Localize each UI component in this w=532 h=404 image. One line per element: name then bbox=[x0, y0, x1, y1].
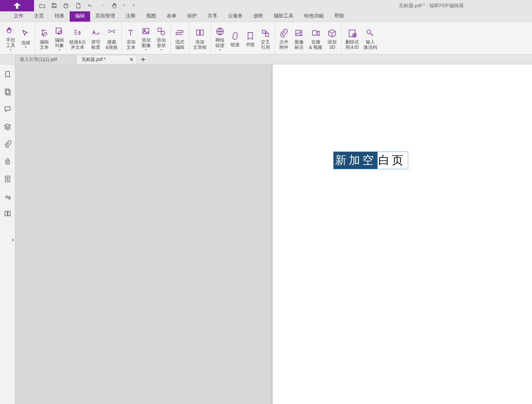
text-selected[interactable]: 新加空 bbox=[334, 152, 378, 169]
close-tab-icon[interactable] bbox=[129, 57, 134, 62]
pages-panel-icon[interactable] bbox=[3, 87, 12, 96]
text-edit-box[interactable]: 新加空 白页 bbox=[333, 151, 408, 169]
add-shape-dropdown-icon[interactable]: ▾ bbox=[161, 48, 162, 51]
menu-tab-10[interactable]: 云服务 bbox=[223, 11, 248, 22]
reflow-edit-button[interactable]: 流式 编辑 bbox=[172, 27, 187, 50]
audio-video-icon bbox=[310, 28, 321, 39]
menu-tab-1[interactable]: 主页 bbox=[29, 11, 49, 22]
document-tab-bar: 新人引导(1)(1).pdf无标题.pdf * bbox=[0, 55, 532, 64]
image-annot-button[interactable]: 图像 标注 bbox=[292, 27, 307, 50]
hand-tool-dropdown-icon[interactable]: ▾ bbox=[10, 48, 11, 51]
web-link-button[interactable]: 网络 链接▾ bbox=[212, 25, 228, 51]
edit-object-button[interactable]: 编辑 对象▾ bbox=[52, 25, 67, 51]
document-canvas[interactable]: 新加空 白页 bbox=[15, 64, 532, 404]
add-3d-button[interactable]: 添加 3D bbox=[325, 27, 340, 50]
compare-panel-icon[interactable] bbox=[3, 209, 12, 218]
remove-trial-watermark-icon bbox=[347, 28, 357, 39]
security-panel-icon[interactable] bbox=[3, 157, 12, 166]
attachments-panel-icon[interactable] bbox=[3, 139, 12, 148]
edit-text-label: 编辑 文本 bbox=[40, 39, 49, 50]
menu-tab-8[interactable]: 保护 bbox=[182, 11, 202, 22]
menu-tab-14[interactable]: 帮助 bbox=[329, 11, 349, 22]
select-tool-dropdown-icon[interactable]: ▾ bbox=[25, 46, 27, 49]
quick-access-toolbar bbox=[34, 1, 136, 11]
menu-tab-9[interactable]: 共享 bbox=[202, 11, 223, 22]
redo-icon bbox=[97, 1, 108, 11]
file-attach-button[interactable]: 文件 附件 bbox=[276, 27, 292, 50]
document-tab-label: 新人引导(1)(1).pdf bbox=[20, 56, 57, 63]
reflow-edit-label: 流式 编辑 bbox=[175, 39, 184, 50]
save-icon[interactable] bbox=[48, 1, 60, 11]
hand-quick-icon[interactable] bbox=[109, 1, 120, 11]
link-icon bbox=[230, 31, 240, 41]
menu-tab-6[interactable]: 视图 bbox=[141, 11, 161, 22]
add-text-icon bbox=[126, 28, 136, 39]
remove-trial-watermark-label: 删除试 用水印 bbox=[345, 39, 359, 50]
ribbon-group: 添加 文本添加 图像▾添加 形状▾ bbox=[122, 23, 171, 53]
search-replace-button[interactable]: 搜索 &替换 bbox=[103, 27, 120, 50]
ribbon-group: 删除试 用水印输入 激活码 bbox=[342, 23, 381, 53]
menu-tab-11[interactable]: 放映 bbox=[248, 11, 268, 22]
main-area: 新加空 白页 bbox=[0, 64, 532, 404]
cross-ref-button[interactable]: 交叉 引用 bbox=[258, 27, 273, 50]
add-shape-button[interactable]: 添加 形状▾ bbox=[154, 25, 169, 51]
web-link-label: 网络 链接 bbox=[215, 37, 225, 48]
layers-panel-icon[interactable] bbox=[3, 122, 12, 131]
title-bar: 无标题.pdf * - 福昕PDF编辑器 bbox=[0, 0, 532, 11]
add-article-button[interactable]: 添加 文章框 bbox=[191, 27, 209, 50]
comments-panel-icon[interactable] bbox=[3, 105, 12, 114]
document-tab-0[interactable]: 新人引导(1)(1).pdf bbox=[15, 55, 76, 64]
hand-tool-button[interactable]: 手型 工具▾ bbox=[3, 25, 18, 51]
undo-icon[interactable] bbox=[85, 1, 96, 11]
edit-object-label: 编辑 对象 bbox=[55, 37, 64, 48]
menu-tab-3[interactable]: 编辑 bbox=[70, 11, 90, 22]
app-logo[interactable] bbox=[0, 0, 34, 11]
cross-ref-icon bbox=[260, 28, 271, 39]
add-image-dropdown-icon[interactable]: ▾ bbox=[145, 48, 147, 51]
menu-tab-12[interactable]: 辅助工具 bbox=[268, 11, 299, 22]
enter-activation-label: 输入 激活码 bbox=[364, 39, 377, 50]
add-article-label: 添加 文章框 bbox=[193, 39, 207, 50]
print-icon[interactable] bbox=[61, 1, 72, 11]
page[interactable]: 新加空 白页 bbox=[273, 64, 532, 404]
remove-trial-watermark-button[interactable]: 删除试 用水印 bbox=[343, 27, 361, 50]
menu-tab-4[interactable]: 页面管理 bbox=[90, 11, 120, 22]
menu-tab-7[interactable]: 表单 bbox=[161, 11, 182, 22]
edit-text-icon bbox=[39, 28, 50, 39]
ribbon-toolbar: 手型 工具▾选择▾编辑 文本编辑 对象▾链接&合 并文本拼写 检查搜索 &替换添… bbox=[0, 22, 532, 55]
text-after-caret[interactable]: 白页 bbox=[378, 152, 408, 169]
sidebar-expand-icon[interactable] bbox=[11, 234, 15, 246]
link-merge-text-label: 链接&合 并文本 bbox=[69, 39, 86, 50]
hand-quick-dropdown-icon[interactable] bbox=[121, 4, 126, 7]
edit-object-dropdown-icon[interactable]: ▾ bbox=[59, 48, 60, 51]
add-article-icon bbox=[195, 28, 205, 39]
add-text-button[interactable]: 添加 文本 bbox=[123, 27, 139, 50]
link-merge-text-button[interactable]: 链接&合 并文本 bbox=[67, 27, 88, 50]
bookmark-button[interactable]: 书签 bbox=[243, 29, 258, 47]
articles-panel-icon[interactable] bbox=[3, 174, 12, 183]
file-attach-label: 文件 附件 bbox=[279, 39, 289, 50]
bookmarks-panel-icon[interactable] bbox=[3, 70, 12, 79]
blank-page-icon[interactable] bbox=[73, 1, 84, 11]
ribbon-group: 网络 链接▾链接书签交叉 引用 bbox=[211, 23, 275, 53]
menu-tab-13[interactable]: 特色功能 bbox=[299, 11, 329, 22]
add-3d-icon bbox=[327, 28, 337, 39]
open-icon[interactable] bbox=[36, 1, 48, 11]
web-link-dropdown-icon[interactable]: ▾ bbox=[219, 48, 221, 51]
link-button[interactable]: 链接 bbox=[228, 29, 243, 47]
new-tab-button[interactable] bbox=[138, 55, 148, 64]
edit-text-button[interactable]: 编辑 文本 bbox=[37, 27, 52, 50]
menu-tab-0[interactable]: 文件 bbox=[8, 11, 29, 22]
menu-tab-2[interactable]: 转换 bbox=[49, 11, 70, 22]
spell-check-button[interactable]: 拼写 检查 bbox=[88, 27, 103, 50]
menu-tab-5[interactable]: 注释 bbox=[120, 11, 141, 22]
audio-video-button[interactable]: 音频 & 视频 bbox=[307, 27, 325, 50]
enter-activation-icon bbox=[365, 28, 376, 39]
qat-customize-icon[interactable] bbox=[131, 4, 136, 7]
select-tool-button[interactable]: 选择▾ bbox=[18, 27, 33, 49]
ribbon-group: 文件 附件图像 标注音频 & 视频添加 3D bbox=[275, 23, 342, 53]
document-tab-1[interactable]: 无标题.pdf * bbox=[76, 55, 137, 64]
enter-activation-button[interactable]: 输入 激活码 bbox=[361, 27, 379, 50]
signatures-panel-icon[interactable] bbox=[3, 192, 12, 201]
add-image-button[interactable]: 添加 图像▾ bbox=[139, 25, 154, 51]
